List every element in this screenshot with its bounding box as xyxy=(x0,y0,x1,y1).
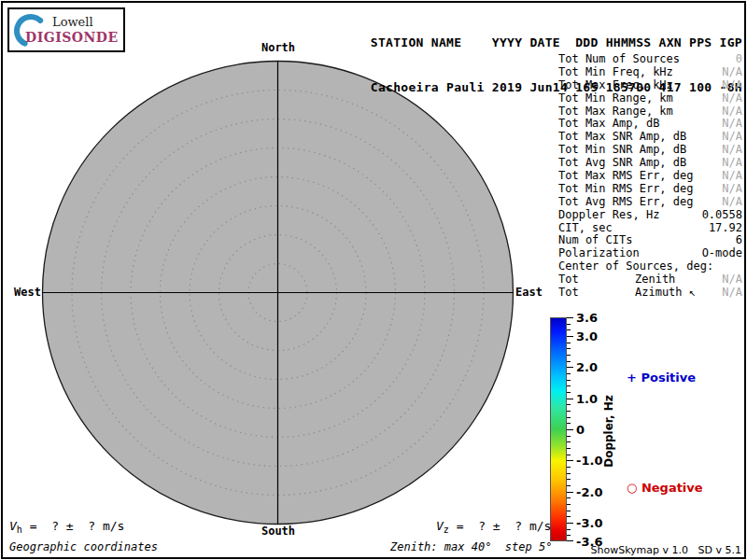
compass-label-south: South xyxy=(261,525,295,538)
zenith-scale-note: Zenith: max 40° step 5° xyxy=(390,540,552,553)
colorbar-major-tick xyxy=(567,460,573,461)
stat-row: CIT, sec17.92 xyxy=(558,222,742,235)
stat-value: O-mode xyxy=(702,247,742,260)
colorbar-tick-label: 3.0 xyxy=(576,329,598,343)
colorbar-axis-label: Doppler, Hz xyxy=(602,395,615,468)
legend-negative: ○ Negative xyxy=(627,481,703,495)
stat-label: Tot Min Freq, kHz xyxy=(558,66,673,79)
stat-mid-label: Azimuth ↖ xyxy=(635,287,696,300)
logo-text-lowell: Lowell xyxy=(52,15,93,29)
stat-row: Tot Min SNR Amp, dBN/A xyxy=(558,144,742,157)
stat-row: TotAzimuth ↖N/A xyxy=(558,287,742,300)
stat-value: N/A xyxy=(722,92,742,105)
colorbar-minor-tick xyxy=(567,529,571,530)
colorbar-tick-label: -3.0 xyxy=(576,516,602,530)
stat-label: Polarization xyxy=(558,247,640,260)
showskymap-window: North South West East Lowell DIGISONDE S… xyxy=(0,0,747,560)
compass-label-east: East xyxy=(515,286,543,299)
stat-label: CIT, sec xyxy=(558,222,613,235)
colorbar-tick-label: -1.0 xyxy=(576,454,602,468)
colorbar-minor-tick xyxy=(567,373,571,374)
stat-value: N/A xyxy=(722,79,742,92)
stat-label: Doppler Res, Hz xyxy=(558,209,659,222)
colorbar-minor-tick xyxy=(567,417,571,418)
legend-positive: + Positive xyxy=(627,371,696,385)
colorbar-minor-tick xyxy=(567,467,571,468)
colorbar-major-tick xyxy=(567,336,573,337)
stat-value: N/A xyxy=(722,273,742,287)
colorbar-minor-tick xyxy=(567,380,571,381)
stat-value: N/A xyxy=(722,105,742,119)
stat-value: N/A xyxy=(722,144,742,157)
stat-label: Tot xyxy=(558,273,635,287)
colorbar-minor-tick xyxy=(567,361,571,362)
colorbar-minor-tick xyxy=(567,516,571,517)
stat-row: Doppler Res, Hz0.0558 xyxy=(558,209,742,222)
station-header-columns: STATION NAME YYYY DATE DDD HHMMSS AXN PP… xyxy=(371,35,742,50)
colorbar-minor-tick xyxy=(567,348,571,349)
stat-value: N/A xyxy=(722,131,742,144)
stat-label: Center of Sources, deg: xyxy=(558,260,713,273)
colorbar-major-tick xyxy=(567,540,573,541)
stat-value: N/A xyxy=(722,66,742,79)
colorbar-minor-tick xyxy=(567,343,571,343)
stat-row: Tot Avg RMS Err, degN/A xyxy=(558,196,742,209)
logo-text-digisonde: DIGISONDE xyxy=(25,30,119,45)
colorbar-minor-tick xyxy=(567,479,571,480)
colorbar-tick-label: 2.0 xyxy=(576,360,598,374)
stat-value: 0.0558 xyxy=(702,209,742,222)
colorbar-major-tick xyxy=(567,399,573,399)
stat-row: Tot Avg SNR Amp, dBN/A xyxy=(558,157,742,170)
circle-marker-icon: ○ xyxy=(627,481,637,495)
stat-value: N/A xyxy=(722,196,742,209)
compass-label-west: West xyxy=(14,286,41,299)
stat-row: Tot Max RMS Err, degN/A xyxy=(558,170,742,183)
colorbar-minor-tick xyxy=(567,504,571,505)
stat-row: Tot Min Range, kmN/A xyxy=(558,92,742,105)
stat-value: N/A xyxy=(722,183,742,196)
vh-velocity-readout: Vh = ? ± ? m/s xyxy=(9,519,124,535)
stat-value: N/A xyxy=(722,170,742,183)
stat-label: Tot Max Freq, kHz xyxy=(558,79,673,92)
colorbar-minor-tick xyxy=(567,404,571,405)
stat-label: Tot Max Amp, dB xyxy=(558,118,659,131)
colorbar-minor-tick xyxy=(567,329,571,330)
colorbar-major-tick xyxy=(567,523,573,524)
legend-positive-label: Positive xyxy=(641,371,696,385)
stat-value: N/A xyxy=(722,157,742,170)
colorbar-tick-label: 0 xyxy=(576,423,585,437)
colorbar-tick-label: 1.0 xyxy=(576,392,598,406)
colorbar-major-tick xyxy=(567,367,573,368)
colorbar-minor-tick xyxy=(567,385,571,386)
colorbar-minor-tick xyxy=(567,423,571,424)
colorbar-major-tick xyxy=(567,429,573,430)
stat-row: Tot Max SNR Amp, dBN/A xyxy=(558,131,742,144)
compass-label-north: North xyxy=(261,41,295,54)
stat-row: Tot Num of Sources0 xyxy=(558,53,742,66)
colorbar-minor-tick xyxy=(567,473,571,474)
stat-value: N/A xyxy=(722,118,742,131)
stat-value: 17.92 xyxy=(709,222,742,235)
stat-row: Tot Max Amp, dBN/A xyxy=(558,118,742,131)
stat-label: Tot Max RMS Err, deg xyxy=(558,170,694,183)
stats-panel: Tot Num of Sources0Tot Min Freq, kHzN/AT… xyxy=(558,53,742,300)
stat-label: Tot Max SNR Amp, dB xyxy=(558,131,686,144)
colorbar-minor-tick xyxy=(567,441,571,442)
stat-mid-label: Zenith xyxy=(635,273,675,287)
lowell-digisonde-logo: Lowell DIGISONDE xyxy=(7,7,125,52)
stat-row: Center of Sources, deg: xyxy=(558,260,742,273)
stat-row: Tot Max Freq, kHzN/A xyxy=(558,79,742,92)
colorbar-tick-label: 3.6 xyxy=(576,311,598,325)
vh-symbol: V xyxy=(9,519,17,533)
colorbar-minor-tick xyxy=(567,535,571,536)
colorbar-minor-tick xyxy=(567,392,571,393)
colorbar-minor-tick xyxy=(567,455,571,455)
stat-label: Tot Num of Sources xyxy=(558,53,680,66)
stat-label: Tot Min Range, km xyxy=(558,92,673,105)
stat-label: Tot Min RMS Err, deg xyxy=(558,183,694,196)
colorbar-minor-tick xyxy=(567,448,571,449)
stat-value: 0 xyxy=(736,53,742,66)
vz-symbol: V xyxy=(436,519,444,533)
stat-row: Tot Min Freq, kHzN/A xyxy=(558,66,742,79)
stat-label: Tot Avg SNR Amp, dB xyxy=(558,157,686,170)
